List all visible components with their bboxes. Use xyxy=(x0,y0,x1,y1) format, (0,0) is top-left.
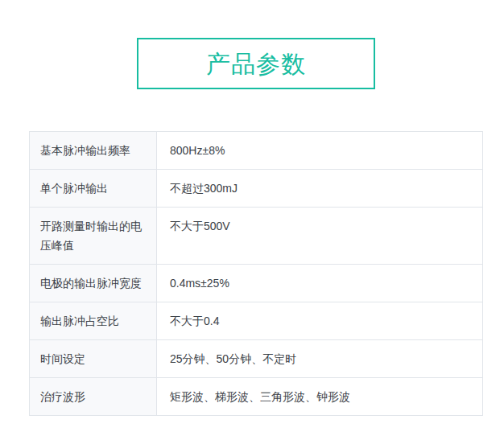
table-row: 基本脉冲输出频率 800Hz±8% xyxy=(30,132,483,170)
spec-value: 0.4ms±25% xyxy=(157,265,483,302)
section-title-box: 产品参数 xyxy=(137,38,375,89)
spec-table-body: 基本脉冲输出频率 800Hz±8% 单个脉冲输出 不超过300mJ 开路测量时输… xyxy=(30,132,483,416)
product-parameters-page: 产品参数 基本脉冲输出频率 800Hz±8% 单个脉冲输出 不超过300mJ 开… xyxy=(0,38,504,440)
spec-table: 基本脉冲输出频率 800Hz±8% 单个脉冲输出 不超过300mJ 开路测量时输… xyxy=(29,131,483,416)
spec-label: 电极的输出脉冲宽度 xyxy=(30,265,157,302)
spec-value: 800Hz±8% xyxy=(157,132,483,170)
spec-value: 矩形波、梯形波、三角形波、钟形波 xyxy=(157,378,483,416)
spec-value: 不大于0.4 xyxy=(157,302,483,340)
table-row: 治疗波形 矩形波、梯形波、三角形波、钟形波 xyxy=(30,378,483,416)
spec-label: 输出脉冲占空比 xyxy=(30,302,157,340)
spec-value: 25分钟、50分钟、不定时 xyxy=(157,340,483,378)
spec-label: 时间设定 xyxy=(30,340,157,378)
table-row: 电极的输出脉冲宽度 0.4ms±25% xyxy=(30,265,483,302)
page-title: 产品参数 xyxy=(206,51,306,76)
spec-value: 不超过300mJ xyxy=(157,170,483,208)
spec-label: 开路测量时输出的电压峰值 xyxy=(30,208,157,265)
spec-value: 不大于500V xyxy=(157,208,483,265)
table-row: 输出脉冲占空比 不大于0.4 xyxy=(30,302,483,340)
spec-label: 治疗波形 xyxy=(30,378,157,416)
spec-label: 基本脉冲输出频率 xyxy=(30,132,157,170)
table-row: 开路测量时输出的电压峰值 不大于500V xyxy=(30,208,483,265)
table-row: 单个脉冲输出 不超过300mJ xyxy=(30,170,483,208)
table-row: 时间设定 25分钟、50分钟、不定时 xyxy=(30,340,483,378)
spec-label: 单个脉冲输出 xyxy=(30,170,157,208)
